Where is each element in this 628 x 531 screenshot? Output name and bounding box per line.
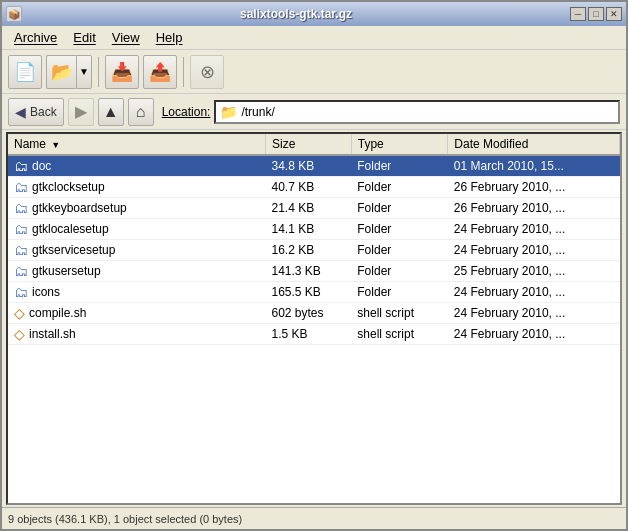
open-icon: 📂 (51, 61, 73, 83)
file-table: Name ▼ Size Type Date Modified (8, 134, 620, 345)
status-text: 9 objects (436.1 KB), 1 object selected … (8, 513, 242, 525)
folder-icon: 🗂 (14, 263, 28, 279)
file-date: 24 February 2010, ... (448, 282, 620, 303)
extract-icon: 📥 (111, 61, 133, 83)
file-table-body: 🗂 doc 34.8 KB Folder 01 March 2010, 15..… (8, 155, 620, 345)
file-date: 25 February 2010, ... (448, 261, 620, 282)
file-type: Folder (351, 155, 448, 177)
add-files-button[interactable]: 📤 (143, 55, 177, 89)
folder-icon: 🗂 (14, 179, 28, 195)
file-name-cell: ◇ install.sh (8, 324, 265, 345)
file-table-header: Name ▼ Size Type Date Modified (8, 134, 620, 155)
location-input[interactable]: 📁 /trunk/ (214, 100, 620, 124)
file-size: 165.5 KB (265, 282, 351, 303)
location-label: Location: (162, 105, 211, 119)
folder-icon: 🗂 (14, 200, 28, 216)
new-icon: 📄 (14, 61, 36, 83)
open-button[interactable]: 📂 (46, 55, 76, 89)
window-title: salixtools-gtk.tar.gz (22, 7, 570, 21)
toolbar: 📄 📂 ▼ 📥 📤 ⊗ (2, 50, 626, 94)
script-icon: ◇ (14, 305, 25, 321)
home-icon: ⌂ (136, 103, 146, 121)
folder-icon: 🗂 (14, 284, 28, 300)
home-button[interactable]: ⌂ (128, 98, 154, 126)
dropdown-arrow-icon: ▼ (79, 66, 89, 77)
forward-button[interactable]: ▶ (68, 98, 94, 126)
file-date: 24 February 2010, ... (448, 219, 620, 240)
menu-edit[interactable]: Edit (65, 28, 103, 47)
table-row[interactable]: 🗂 doc 34.8 KB Folder 01 March 2010, 15..… (8, 155, 620, 177)
open-dropdown-button[interactable]: ▼ (76, 55, 92, 89)
file-name-cell: 🗂 gtkservicesetup (8, 240, 265, 261)
file-name: gtkclocksetup (32, 180, 105, 194)
file-size: 34.8 KB (265, 155, 351, 177)
file-list-container[interactable]: Name ▼ Size Type Date Modified (6, 132, 622, 505)
file-date: 26 February 2010, ... (448, 177, 620, 198)
folder-icon: 🗂 (14, 242, 28, 258)
file-type: Folder (351, 261, 448, 282)
file-name: doc (32, 159, 51, 173)
file-name-cell: 🗂 gtkkeyboardsetup (8, 198, 265, 219)
menubar: Archive Edit View Help (2, 26, 626, 50)
table-row[interactable]: ◇ install.sh 1.5 KB shell script 24 Febr… (8, 324, 620, 345)
script-icon: ◇ (14, 326, 25, 342)
folder-icon: 🗂 (14, 221, 28, 237)
table-row[interactable]: 🗂 gtkkeyboardsetup 21.4 KB Folder 26 Feb… (8, 198, 620, 219)
close-button[interactable]: ✕ (606, 7, 622, 21)
up-button[interactable]: ▲ (98, 98, 124, 126)
add-files-icon: 📤 (149, 61, 171, 83)
folder-icon: 🗂 (14, 158, 28, 174)
window-controls: ─ □ ✕ (570, 7, 622, 21)
toolbar-separator-2 (183, 57, 184, 87)
table-row[interactable]: 🗂 gtkservicesetup 16.2 KB Folder 24 Febr… (8, 240, 620, 261)
file-type: Folder (351, 240, 448, 261)
stop-button[interactable]: ⊗ (190, 55, 224, 89)
sort-arrow-icon: ▼ (51, 140, 60, 150)
table-row[interactable]: ◇ compile.sh 602 bytes shell script 24 F… (8, 303, 620, 324)
file-type: Folder (351, 177, 448, 198)
file-size: 602 bytes (265, 303, 351, 324)
menu-view[interactable]: View (104, 28, 148, 47)
table-row[interactable]: 🗂 gtklocalesetup 14.1 KB Folder 24 Febru… (8, 219, 620, 240)
window-icon: 📦 (6, 6, 22, 22)
file-name: gtklocalesetup (32, 222, 109, 236)
back-arrow-icon: ◀ (15, 104, 26, 120)
file-size: 1.5 KB (265, 324, 351, 345)
file-date: 26 February 2010, ... (448, 198, 620, 219)
file-name-cell: 🗂 doc (8, 155, 265, 177)
file-type: Folder (351, 198, 448, 219)
maximize-button[interactable]: □ (588, 7, 604, 21)
back-label: Back (30, 105, 57, 119)
file-name-cell: 🗂 icons (8, 282, 265, 303)
col-header-type[interactable]: Type (351, 134, 448, 155)
location-path: /trunk/ (241, 105, 274, 119)
new-button[interactable]: 📄 (8, 55, 42, 89)
back-button[interactable]: ◀ Back (8, 98, 64, 126)
table-row[interactable]: 🗂 icons 165.5 KB Folder 24 February 2010… (8, 282, 620, 303)
extract-button[interactable]: 📥 (105, 55, 139, 89)
file-date: 24 February 2010, ... (448, 324, 620, 345)
file-size: 21.4 KB (265, 198, 351, 219)
col-header-size[interactable]: Size (265, 134, 351, 155)
file-type: Folder (351, 282, 448, 303)
file-name: install.sh (29, 327, 76, 341)
titlebar: 📦 salixtools-gtk.tar.gz ─ □ ✕ (2, 2, 626, 26)
file-name-cell: ◇ compile.sh (8, 303, 265, 324)
col-header-date[interactable]: Date Modified (448, 134, 620, 155)
table-row[interactable]: 🗂 gtkusersetup 141.3 KB Folder 25 Februa… (8, 261, 620, 282)
minimize-button[interactable]: ─ (570, 7, 586, 21)
forward-icon: ▶ (75, 102, 87, 121)
menu-archive[interactable]: Archive (6, 28, 65, 47)
file-date: 01 March 2010, 15... (448, 155, 620, 177)
col-header-name[interactable]: Name ▼ (8, 134, 265, 155)
file-name-cell: 🗂 gtkusersetup (8, 261, 265, 282)
menu-help[interactable]: Help (148, 28, 191, 47)
file-date: 24 February 2010, ... (448, 240, 620, 261)
navbar: ◀ Back ▶ ▲ ⌂ Location: 📁 /trunk/ (2, 94, 626, 130)
stop-icon: ⊗ (200, 61, 215, 83)
file-name: gtkservicesetup (32, 243, 115, 257)
file-name: icons (32, 285, 60, 299)
table-row[interactable]: 🗂 gtkclocksetup 40.7 KB Folder 26 Februa… (8, 177, 620, 198)
location-folder-icon: 📁 (220, 104, 237, 120)
file-name-cell: 🗂 gtklocalesetup (8, 219, 265, 240)
